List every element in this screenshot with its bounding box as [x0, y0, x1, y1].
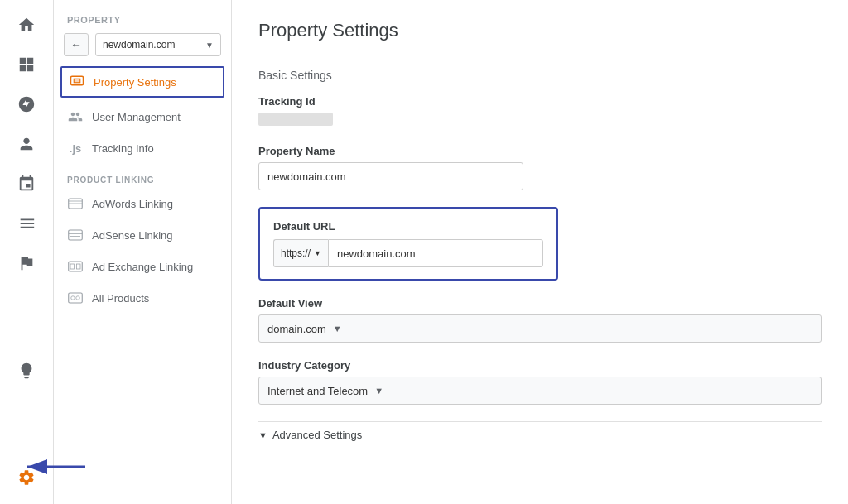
nav-settings[interactable]: [7, 459, 46, 496]
sidebar-item-tracking-info[interactable]: .js Tracking Info: [54, 132, 231, 164]
advanced-settings-label: Advanced Settings: [272, 429, 362, 441]
protocol-value: https://: [281, 247, 311, 259]
svg-rect-2: [74, 79, 80, 83]
ad-exchange-linking-label: Ad Exchange Linking: [92, 261, 193, 273]
user-management-icon: [67, 108, 84, 125]
advanced-chevron-icon: ▼: [258, 430, 267, 440]
all-products-label: All Products: [92, 292, 149, 305]
adsense-icon: [67, 227, 84, 243]
nav-home[interactable]: [7, 7, 46, 43]
back-button[interactable]: ←: [64, 33, 89, 56]
industry-category-group: Industry Category Internet and Telecom ▼: [258, 359, 822, 405]
default-view-value: domain.com: [267, 323, 326, 335]
property-settings-icon: [69, 74, 85, 90]
product-linking-label: PRODUCT LINKING: [54, 164, 231, 188]
nav-content[interactable]: [7, 205, 46, 242]
sidebar: PROPERTY ← newdomain.com ▼ Property Sett…: [54, 0, 232, 504]
nav-goals[interactable]: [7, 166, 46, 202]
nav-bulb[interactable]: [7, 353, 46, 389]
page-title: Property Settings: [258, 20, 822, 41]
property-name-group: Property Name: [258, 145, 822, 190]
sidebar-item-user-management[interactable]: User Management: [54, 101, 231, 132]
all-products-icon: [67, 290, 84, 306]
section-divider: [258, 55, 822, 55]
adsense-linking-label: AdSense Linking: [92, 229, 173, 242]
url-input-group: https:// ▼: [273, 239, 543, 267]
tracking-info-icon: .js: [67, 140, 84, 156]
tracking-id-value: [258, 113, 333, 126]
default-view-chevron-icon: ▼: [333, 324, 342, 334]
tracking-id-group: Tracking Id: [258, 95, 822, 128]
protocol-chevron-icon: ▼: [314, 249, 321, 257]
default-view-group: Default View domain.com ▼: [258, 297, 822, 343]
tracking-info-label: Tracking Info: [92, 142, 154, 155]
url-input[interactable]: [328, 239, 543, 267]
svg-rect-13: [69, 293, 83, 303]
chevron-down-icon: ▼: [205, 41, 214, 50]
tracking-id-label: Tracking Id: [258, 95, 822, 108]
svg-rect-12: [77, 264, 81, 269]
svg-point-15: [76, 296, 80, 300]
sidebar-item-adsense-linking[interactable]: AdSense Linking: [54, 219, 231, 251]
property-dropdown[interactable]: newdomain.com ▼: [95, 33, 221, 56]
main-content: Property Settings Basic Settings Trackin…: [232, 0, 848, 504]
property-dropdown-value: newdomain.com: [103, 39, 175, 50]
user-management-label: User Management: [92, 111, 181, 123]
protocol-select[interactable]: https:// ▼: [273, 239, 328, 267]
property-name-input[interactable]: [258, 162, 523, 190]
default-view-dropdown[interactable]: domain.com ▼: [258, 314, 822, 343]
property-selector: ← newdomain.com ▼: [54, 28, 231, 61]
nav-dashboard[interactable]: [7, 46, 46, 83]
sidebar-item-ad-exchange-linking[interactable]: Ad Exchange Linking: [54, 251, 231, 282]
svg-rect-7: [69, 230, 83, 240]
industry-chevron-icon: ▼: [374, 386, 383, 396]
industry-category-label: Industry Category: [258, 359, 822, 372]
advanced-settings-toggle[interactable]: ▼ Advanced Settings: [258, 421, 822, 441]
sidebar-item-property-settings[interactable]: Property Settings: [60, 66, 224, 98]
property-label: PROPERTY: [54, 10, 231, 28]
svg-point-14: [71, 296, 75, 300]
nav-user[interactable]: [7, 126, 46, 162]
left-nav: [0, 0, 54, 504]
default-url-box: Default URL https:// ▼: [258, 207, 558, 281]
nav-flag[interactable]: [7, 245, 46, 281]
sidebar-item-all-products[interactable]: All Products: [54, 282, 231, 314]
adwords-linking-label: AdWords Linking: [92, 198, 173, 210]
sidebar-item-adwords-linking[interactable]: AdWords Linking: [54, 188, 231, 219]
industry-category-value: Internet and Telecom: [267, 385, 368, 397]
section-subtitle: Basic Settings: [258, 69, 822, 82]
property-name-label: Property Name: [258, 145, 822, 157]
nav-reports[interactable]: [7, 86, 46, 122]
adwords-icon: [67, 195, 84, 212]
ad-exchange-icon: [67, 258, 84, 275]
svg-rect-11: [70, 264, 75, 269]
industry-category-dropdown[interactable]: Internet and Telecom ▼: [258, 377, 822, 405]
default-url-label: Default URL: [273, 220, 543, 233]
property-settings-label: Property Settings: [94, 76, 176, 89]
default-view-label: Default View: [258, 297, 822, 310]
